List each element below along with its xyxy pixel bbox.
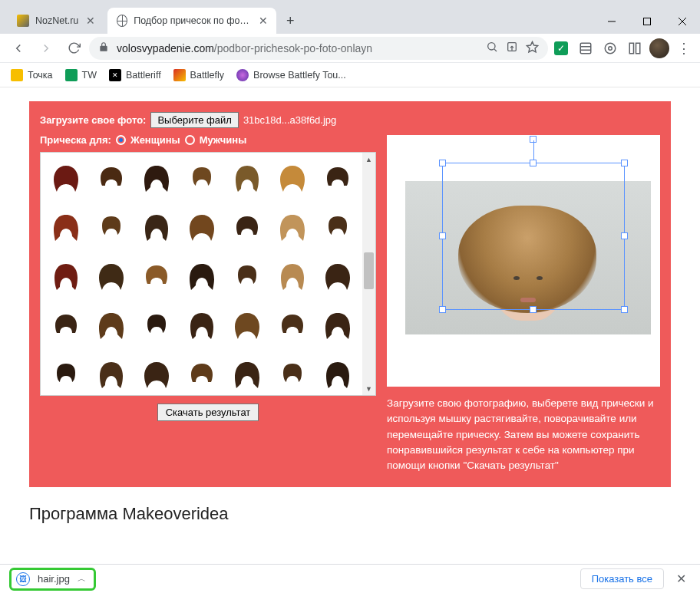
svg-line-5 bbox=[494, 49, 497, 51]
extension-icon[interactable]: ✓ bbox=[551, 38, 571, 58]
bookmark-item[interactable]: TW bbox=[65, 69, 97, 81]
menu-button[interactable]: ⋮ bbox=[674, 38, 694, 58]
globe-icon bbox=[117, 15, 127, 27]
window-close-button[interactable] bbox=[665, 9, 700, 34]
hairstyle-option[interactable] bbox=[44, 352, 88, 395]
close-icon[interactable]: ✕ bbox=[259, 15, 269, 27]
tab-title: Подбор причесок по фото онла bbox=[134, 15, 253, 26]
hairstyle-option[interactable] bbox=[270, 254, 314, 301]
hairstyle-option[interactable] bbox=[180, 352, 223, 395]
hairstyle-option[interactable] bbox=[315, 254, 359, 301]
bookmark-label: Battleriff bbox=[126, 70, 161, 81]
hairstyle-option[interactable] bbox=[270, 205, 314, 252]
download-result-button[interactable]: Скачать результат bbox=[157, 404, 259, 421]
bookmark-icon bbox=[173, 69, 186, 81]
hairstyle-option[interactable] bbox=[180, 205, 223, 252]
hairstyle-option[interactable] bbox=[44, 254, 88, 301]
hairstyle-option[interactable] bbox=[180, 303, 223, 351]
hairstyle-option[interactable] bbox=[180, 254, 223, 301]
hairstyle-option[interactable] bbox=[134, 205, 178, 252]
hairstyle-option[interactable] bbox=[315, 205, 359, 252]
maximize-button[interactable] bbox=[629, 9, 665, 34]
bookmark-label: Browse Battlefy Tou... bbox=[253, 70, 346, 81]
hairstyle-option[interactable] bbox=[89, 156, 133, 203]
page-viewport: Загрузите свое фото: Выберите файл 31bc1… bbox=[0, 87, 700, 564]
url-text: volosvypadenie.com/podbor-prichesok-po-f… bbox=[117, 42, 372, 54]
hairstyle-option[interactable] bbox=[89, 303, 133, 351]
bookmark-star-icon[interactable] bbox=[526, 41, 539, 56]
hairstyle-option[interactable] bbox=[225, 254, 269, 301]
scroll-down-icon[interactable]: ▼ bbox=[362, 382, 375, 395]
hairstyle-option[interactable] bbox=[225, 352, 269, 395]
tab-title: NozNet.ru bbox=[35, 15, 78, 26]
show-all-downloads-button[interactable]: Показать все bbox=[580, 568, 664, 589]
browser-tab-active[interactable]: Подбор причесок по фото онла ✕ bbox=[107, 8, 276, 34]
hairstyle-option[interactable] bbox=[270, 352, 314, 395]
hairstyle-option[interactable] bbox=[134, 303, 178, 351]
hairstyle-option[interactable] bbox=[44, 205, 88, 252]
new-tab-button[interactable]: + bbox=[279, 10, 301, 31]
download-filename: hair.jpg bbox=[38, 573, 70, 585]
bookmark-label: TW bbox=[82, 70, 97, 81]
extension-icon[interactable] bbox=[576, 38, 596, 58]
scroll-up-icon[interactable]: ▲ bbox=[362, 153, 375, 166]
back-button[interactable] bbox=[6, 36, 31, 61]
hairstyle-option[interactable] bbox=[225, 156, 269, 203]
wrench-icon bbox=[17, 15, 29, 27]
bookmark-icon bbox=[65, 69, 78, 81]
lock-icon bbox=[98, 41, 109, 54]
scrollbar[interactable]: ▲ ▼ bbox=[362, 153, 375, 395]
bookmark-label: Точка bbox=[28, 70, 53, 81]
instructions-text: Загрузите свою фотографию, выберете вид … bbox=[387, 396, 660, 473]
preview-canvas[interactable] bbox=[387, 135, 660, 387]
choose-file-button[interactable]: Выберите файл bbox=[150, 112, 238, 128]
search-icon[interactable] bbox=[486, 41, 498, 55]
hairstyle-option[interactable] bbox=[89, 205, 133, 252]
hairstyle-option[interactable] bbox=[44, 303, 88, 351]
svg-point-12 bbox=[609, 46, 612, 50]
hairstyle-option[interactable] bbox=[180, 156, 223, 203]
hairstyle-option[interactable] bbox=[134, 156, 178, 203]
hairstyle-option[interactable] bbox=[89, 352, 133, 395]
extensions-area: ✓ ⋮ bbox=[551, 38, 694, 58]
svg-point-13 bbox=[605, 43, 616, 54]
bookmark-label: Battlefly bbox=[190, 70, 224, 81]
bookmark-item[interactable]: Battlefly bbox=[173, 69, 224, 81]
hairstyle-option[interactable] bbox=[134, 352, 178, 395]
hairstyle-option[interactable] bbox=[134, 254, 178, 301]
browser-tab-inactive[interactable]: NozNet.ru ✕ bbox=[8, 8, 104, 34]
download-item[interactable]: 🖼 hair.jpg ︿ bbox=[9, 568, 96, 591]
bookmark-item[interactable]: Browse Battlefy Tou... bbox=[236, 69, 346, 81]
hairstyle-option[interactable] bbox=[89, 254, 133, 301]
chevron-up-icon[interactable]: ︿ bbox=[78, 573, 86, 585]
close-shelf-button[interactable]: ✕ bbox=[672, 572, 691, 586]
extension-icon[interactable] bbox=[625, 38, 645, 58]
svg-point-4 bbox=[488, 43, 495, 50]
hairstyle-option[interactable] bbox=[225, 303, 269, 351]
hairstyle-option[interactable] bbox=[315, 156, 359, 203]
hairstyle-option[interactable] bbox=[225, 205, 269, 252]
bookmark-item[interactable]: Точка bbox=[11, 69, 53, 81]
hairstyle-option[interactable] bbox=[270, 156, 314, 203]
bookmark-icon bbox=[236, 69, 249, 81]
close-icon[interactable]: ✕ bbox=[84, 15, 97, 27]
gender-men-label: Мужчины bbox=[200, 134, 247, 146]
reload-button[interactable] bbox=[61, 36, 86, 61]
share-icon[interactable] bbox=[506, 41, 518, 55]
hairstyle-option[interactable] bbox=[44, 156, 88, 203]
profile-avatar[interactable] bbox=[649, 38, 669, 58]
gender-men-radio[interactable] bbox=[185, 135, 195, 145]
scroll-thumb[interactable] bbox=[364, 252, 374, 289]
minimize-button[interactable] bbox=[594, 9, 629, 34]
hairstyle-option[interactable] bbox=[315, 352, 359, 395]
gender-women-radio[interactable] bbox=[116, 135, 126, 145]
hairstyle-option[interactable] bbox=[270, 303, 314, 351]
hairstyle-option[interactable] bbox=[315, 303, 359, 351]
extension-icon[interactable] bbox=[600, 38, 620, 58]
address-bar[interactable]: volosvypadenie.com/podbor-prichesok-po-f… bbox=[89, 37, 548, 60]
selection-box[interactable] bbox=[442, 163, 625, 310]
bookmark-item[interactable]: ✕Battleriff bbox=[109, 69, 161, 81]
svg-rect-1 bbox=[644, 18, 651, 25]
svg-rect-15 bbox=[636, 43, 640, 54]
forward-button[interactable] bbox=[34, 36, 58, 61]
